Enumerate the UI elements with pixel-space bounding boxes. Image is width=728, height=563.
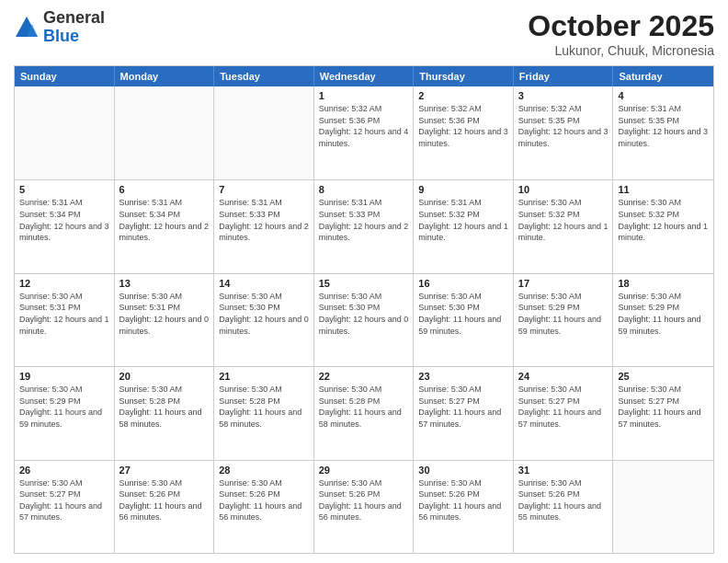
day-info: Sunrise: 5:31 AMSunset: 5:34 PMDaylight:… bbox=[19, 197, 109, 243]
day-number: 19 bbox=[19, 371, 109, 382]
day-info: Sunrise: 5:30 AMSunset: 5:29 PMDaylight:… bbox=[618, 291, 709, 337]
logo-general: General bbox=[43, 8, 105, 27]
calendar-week: 5Sunrise: 5:31 AMSunset: 5:34 PMDaylight… bbox=[15, 179, 713, 272]
calendar-cell: 1Sunrise: 5:32 AMSunset: 5:36 PMDaylight… bbox=[314, 86, 415, 179]
calendar-cell: 22Sunrise: 5:30 AMSunset: 5:28 PMDayligh… bbox=[314, 367, 415, 459]
calendar-cell: 13Sunrise: 5:30 AMSunset: 5:31 PMDayligh… bbox=[115, 274, 215, 366]
page: General Blue October 2025 Lukunor, Chuuk… bbox=[0, 0, 728, 563]
calendar-header-cell: Sunday bbox=[15, 66, 115, 86]
calendar-header-cell: Thursday bbox=[414, 66, 514, 86]
day-number: 20 bbox=[119, 371, 210, 382]
day-info: Sunrise: 5:30 AMSunset: 5:26 PMDaylight:… bbox=[219, 477, 309, 523]
day-number: 9 bbox=[418, 184, 508, 195]
calendar-cell: 23Sunrise: 5:30 AMSunset: 5:27 PMDayligh… bbox=[414, 367, 514, 459]
day-info: Sunrise: 5:32 AMSunset: 5:35 PMDaylight:… bbox=[518, 103, 609, 149]
day-number: 4 bbox=[618, 90, 709, 101]
calendar-cell: 15Sunrise: 5:30 AMSunset: 5:30 PMDayligh… bbox=[314, 274, 415, 366]
day-info: Sunrise: 5:31 AMSunset: 5:33 PMDaylight:… bbox=[219, 197, 309, 243]
day-info: Sunrise: 5:30 AMSunset: 5:30 PMDaylight:… bbox=[219, 291, 309, 337]
day-number: 10 bbox=[518, 184, 609, 195]
day-info: Sunrise: 5:30 AMSunset: 5:28 PMDaylight:… bbox=[219, 384, 309, 430]
day-info: Sunrise: 5:30 AMSunset: 5:26 PMDaylight:… bbox=[418, 477, 508, 523]
calendar-cell bbox=[15, 86, 115, 179]
calendar-header-cell: Saturday bbox=[613, 66, 713, 86]
calendar-cell bbox=[115, 86, 215, 179]
day-number: 29 bbox=[319, 465, 409, 476]
calendar-cell: 18Sunrise: 5:30 AMSunset: 5:29 PMDayligh… bbox=[613, 274, 713, 366]
day-number: 18 bbox=[618, 278, 709, 289]
calendar-cell: 21Sunrise: 5:30 AMSunset: 5:28 PMDayligh… bbox=[214, 367, 314, 459]
calendar-week: 19Sunrise: 5:30 AMSunset: 5:29 PMDayligh… bbox=[15, 366, 713, 459]
calendar-cell: 8Sunrise: 5:31 AMSunset: 5:33 PMDaylight… bbox=[314, 180, 415, 272]
day-number: 11 bbox=[618, 184, 709, 195]
day-number: 23 bbox=[418, 371, 508, 382]
day-number: 7 bbox=[219, 184, 309, 195]
day-info: Sunrise: 5:30 AMSunset: 5:27 PMDaylight:… bbox=[518, 384, 609, 430]
day-number: 12 bbox=[19, 278, 109, 289]
day-number: 2 bbox=[418, 90, 508, 101]
calendar-cell: 9Sunrise: 5:31 AMSunset: 5:32 PMDaylight… bbox=[414, 180, 514, 272]
month-title: October 2025 bbox=[528, 9, 714, 43]
day-number: 31 bbox=[518, 465, 609, 476]
calendar-cell: 12Sunrise: 5:30 AMSunset: 5:31 PMDayligh… bbox=[15, 274, 115, 366]
day-number: 13 bbox=[119, 278, 210, 289]
calendar-cell: 31Sunrise: 5:30 AMSunset: 5:26 PMDayligh… bbox=[514, 461, 614, 553]
day-number: 26 bbox=[19, 465, 109, 476]
calendar-cell: 2Sunrise: 5:32 AMSunset: 5:36 PMDaylight… bbox=[414, 86, 514, 179]
day-info: Sunrise: 5:30 AMSunset: 5:27 PMDaylight:… bbox=[19, 477, 109, 523]
calendar-cell: 30Sunrise: 5:30 AMSunset: 5:26 PMDayligh… bbox=[414, 461, 514, 553]
calendar-cell bbox=[613, 461, 713, 553]
calendar-cell: 28Sunrise: 5:30 AMSunset: 5:26 PMDayligh… bbox=[214, 461, 314, 553]
calendar-cell: 20Sunrise: 5:30 AMSunset: 5:28 PMDayligh… bbox=[115, 367, 215, 459]
day-number: 17 bbox=[518, 278, 609, 289]
day-info: Sunrise: 5:31 AMSunset: 5:35 PMDaylight:… bbox=[618, 103, 709, 149]
calendar-cell: 16Sunrise: 5:30 AMSunset: 5:30 PMDayligh… bbox=[414, 274, 514, 366]
calendar-cell: 19Sunrise: 5:30 AMSunset: 5:29 PMDayligh… bbox=[15, 367, 115, 459]
day-number: 30 bbox=[418, 465, 508, 476]
title-block: October 2025 Lukunor, Chuuk, Micronesia bbox=[528, 9, 714, 58]
day-info: Sunrise: 5:31 AMSunset: 5:34 PMDaylight:… bbox=[119, 197, 210, 243]
calendar-cell: 6Sunrise: 5:31 AMSunset: 5:34 PMDaylight… bbox=[115, 180, 215, 272]
calendar-week: 1Sunrise: 5:32 AMSunset: 5:36 PMDaylight… bbox=[15, 86, 713, 179]
day-info: Sunrise: 5:30 AMSunset: 5:29 PMDaylight:… bbox=[518, 291, 609, 337]
day-number: 27 bbox=[119, 465, 210, 476]
day-info: Sunrise: 5:31 AMSunset: 5:33 PMDaylight:… bbox=[319, 197, 409, 243]
day-info: Sunrise: 5:30 AMSunset: 5:28 PMDaylight:… bbox=[319, 384, 409, 430]
calendar-cell: 10Sunrise: 5:30 AMSunset: 5:32 PMDayligh… bbox=[514, 180, 614, 272]
calendar-header-cell: Wednesday bbox=[314, 66, 415, 86]
day-number: 28 bbox=[219, 465, 309, 476]
day-number: 6 bbox=[119, 184, 210, 195]
day-info: Sunrise: 5:31 AMSunset: 5:32 PMDaylight:… bbox=[418, 197, 508, 243]
day-number: 14 bbox=[219, 278, 309, 289]
calendar-cell bbox=[214, 86, 314, 179]
calendar-header-cell: Monday bbox=[115, 66, 215, 86]
header: General Blue October 2025 Lukunor, Chuuk… bbox=[14, 9, 714, 58]
day-number: 16 bbox=[418, 278, 508, 289]
logo-icon bbox=[14, 15, 40, 40]
day-info: Sunrise: 5:30 AMSunset: 5:27 PMDaylight:… bbox=[618, 384, 709, 430]
day-info: Sunrise: 5:30 AMSunset: 5:26 PMDaylight:… bbox=[319, 477, 409, 523]
calendar-cell: 25Sunrise: 5:30 AMSunset: 5:27 PMDayligh… bbox=[613, 367, 713, 459]
day-number: 8 bbox=[319, 184, 409, 195]
day-info: Sunrise: 5:32 AMSunset: 5:36 PMDaylight:… bbox=[418, 103, 508, 149]
day-info: Sunrise: 5:30 AMSunset: 5:31 PMDaylight:… bbox=[119, 291, 210, 337]
day-number: 22 bbox=[319, 371, 409, 382]
logo-text: General Blue bbox=[43, 9, 105, 46]
calendar-cell: 17Sunrise: 5:30 AMSunset: 5:29 PMDayligh… bbox=[514, 274, 614, 366]
calendar-cell: 24Sunrise: 5:30 AMSunset: 5:27 PMDayligh… bbox=[514, 367, 614, 459]
day-number: 1 bbox=[319, 90, 409, 101]
day-info: Sunrise: 5:30 AMSunset: 5:26 PMDaylight:… bbox=[518, 477, 609, 523]
day-info: Sunrise: 5:30 AMSunset: 5:28 PMDaylight:… bbox=[119, 384, 210, 430]
day-info: Sunrise: 5:30 AMSunset: 5:26 PMDaylight:… bbox=[119, 477, 210, 523]
day-number: 15 bbox=[319, 278, 409, 289]
calendar-body: 1Sunrise: 5:32 AMSunset: 5:36 PMDaylight… bbox=[15, 86, 713, 553]
logo-blue: Blue bbox=[43, 27, 79, 45]
calendar-cell: 11Sunrise: 5:30 AMSunset: 5:32 PMDayligh… bbox=[613, 180, 713, 272]
day-info: Sunrise: 5:30 AMSunset: 5:32 PMDaylight:… bbox=[618, 197, 709, 243]
calendar-cell: 26Sunrise: 5:30 AMSunset: 5:27 PMDayligh… bbox=[15, 461, 115, 553]
calendar-cell: 5Sunrise: 5:31 AMSunset: 5:34 PMDaylight… bbox=[15, 180, 115, 272]
calendar-cell: 14Sunrise: 5:30 AMSunset: 5:30 PMDayligh… bbox=[214, 274, 314, 366]
day-info: Sunrise: 5:30 AMSunset: 5:27 PMDaylight:… bbox=[418, 384, 508, 430]
day-number: 3 bbox=[518, 90, 609, 101]
day-info: Sunrise: 5:30 AMSunset: 5:31 PMDaylight:… bbox=[19, 291, 109, 337]
